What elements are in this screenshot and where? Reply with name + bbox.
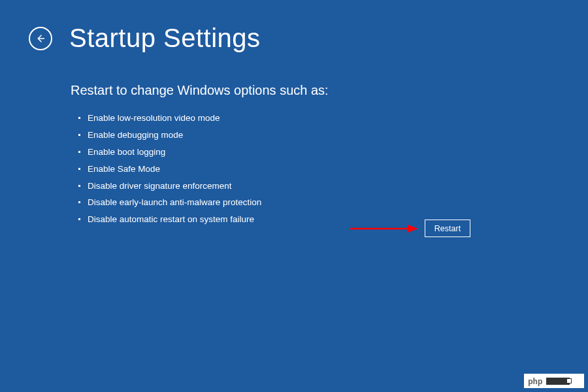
list-item: Enable Safe Mode [78, 163, 588, 176]
list-item: Disable early-launch anti-malware protec… [78, 197, 588, 209]
subtitle: Restart to change Windows options such a… [71, 83, 588, 98]
back-arrow-icon [35, 33, 46, 44]
watermark-bar-icon [546, 378, 570, 385]
watermark: php [524, 374, 584, 388]
list-item: Disable driver signature enforcement [78, 180, 588, 193]
page-title: Startup Settings [69, 24, 261, 53]
list-item: Enable debugging mode [78, 129, 588, 142]
restart-button[interactable]: Restart [425, 220, 470, 237]
options-list: Enable low-resolution video mode Enable … [71, 112, 588, 226]
list-item: Enable low-resolution video mode [78, 112, 588, 125]
list-item: Disable automatic restart on system fail… [78, 214, 588, 226]
watermark-text: php [528, 376, 542, 386]
list-item: Enable boot logging [78, 146, 588, 159]
back-button[interactable] [29, 27, 52, 50]
content-area: Restart to change Windows options such a… [0, 53, 588, 226]
